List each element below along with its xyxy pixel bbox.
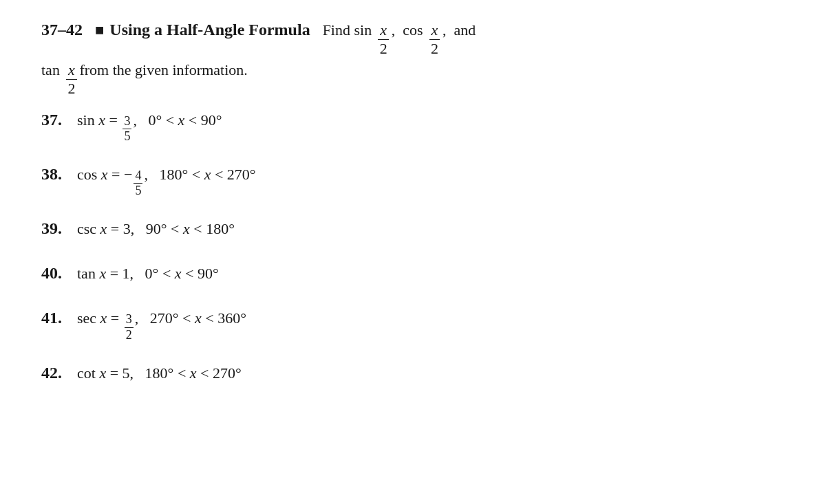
prob-num-42: 42. <box>41 358 74 388</box>
problem-row-40: 40. tan x = 1, 0° < x < 90° <box>41 259 780 288</box>
prob-comma-37: , <box>133 107 148 134</box>
problem-row-41: 41. sec x = 3 2 , 270° < x < 360° <box>41 303 780 342</box>
problem-row-37: 37. sin x = 3 5 , 0° < x < 90° <box>41 105 780 144</box>
prob-content-37: sin x = 3 5 , 0° < x < 90° <box>77 107 222 144</box>
bullet-symbol: ■ <box>95 21 104 39</box>
prob-expr-38: cos x = − <box>77 161 132 188</box>
cos-frac-numer: x <box>429 21 440 40</box>
prob-expr-42: cot x = 5, <box>77 360 145 387</box>
prob-condition-38: 180° < x < 270° <box>159 161 255 188</box>
problem-row-38: 38. cos x = − 4 5 , 180° < x < 270° <box>41 160 780 199</box>
comma1: , <box>392 21 403 39</box>
sin-frac: x 2 <box>378 21 390 58</box>
prob-condition-40: 0° < x < 90° <box>145 260 219 287</box>
prob-frac-38: 4 5 <box>134 168 142 199</box>
prob-expr-39: csc x = 3, <box>77 215 146 243</box>
prob-condition-39: 90° < x < 180° <box>146 215 235 243</box>
from-text: from the given information. <box>79 61 247 79</box>
prob-num-37: 37. <box>41 105 74 135</box>
prob-num-39: 39. <box>41 214 74 243</box>
prob-frac-41-denom: 2 <box>125 328 134 343</box>
prob-comma-41: , <box>135 305 150 332</box>
comma2: , <box>443 21 454 39</box>
problems-section: 37. sin x = 3 5 , 0° < x < 90° 38. cos x… <box>41 105 780 388</box>
prob-expr-40: tan x = 1, <box>77 260 145 287</box>
prob-num-41: 41. <box>41 303 74 333</box>
prob-content-42: cot x = 5, 180° < x < 270° <box>77 360 242 387</box>
prob-expr-37: sin x = <box>77 107 121 134</box>
cos-frac-denom: 2 <box>429 40 440 58</box>
header-row: 37–42 ■ Using a Half-Angle Formula Find … <box>41 21 780 58</box>
prob-frac-41: 3 2 <box>125 312 134 342</box>
tan-frac-denom: 2 <box>65 80 77 98</box>
prob-frac-38-denom: 5 <box>134 184 142 199</box>
prob-num-40: 40. <box>41 259 74 288</box>
cos-text: cos <box>403 21 427 39</box>
prob-frac-37-denom: 5 <box>122 129 131 144</box>
problem-row-39: 39. csc x = 3, 90° < x < 180° <box>41 214 780 243</box>
prob-condition-41: 270° < x < 360° <box>150 305 246 332</box>
prob-condition-42: 180° < x < 270° <box>145 360 242 387</box>
sin-frac-numer: x <box>378 21 389 40</box>
and-text: and <box>454 21 476 39</box>
problem-range: 37–42 <box>41 21 83 39</box>
prob-content-41: sec x = 3 2 , 270° < x < 360° <box>77 305 246 342</box>
tan-line: tan x 2 from the given information. <box>41 61 780 98</box>
prob-comma-38: , <box>144 161 159 188</box>
find-text: Find sin <box>323 21 376 39</box>
tan-frac: x 2 <box>65 61 77 98</box>
prob-content-39: csc x = 3, 90° < x < 180° <box>77 215 235 243</box>
sin-frac-denom: 2 <box>378 40 390 58</box>
prob-expr-41: sec x = <box>77 305 123 332</box>
prob-frac-37-numer: 3 <box>122 114 131 130</box>
prob-content-38: cos x = − 4 5 , 180° < x < 270° <box>77 161 256 199</box>
prob-content-40: tan x = 1, 0° < x < 90° <box>77 260 219 287</box>
problem-row-42: 42. cot x = 5, 180° < x < 270° <box>41 358 780 388</box>
header-section: 37–42 ■ Using a Half-Angle Formula Find … <box>41 21 780 98</box>
tan-text: tan <box>41 61 63 79</box>
prob-frac-37: 3 5 <box>122 114 131 144</box>
prob-frac-38-numer: 4 <box>134 168 142 184</box>
section-title: Using a Half-Angle Formula <box>109 21 310 39</box>
prob-frac-41-numer: 3 <box>125 312 134 328</box>
prob-num-38: 38. <box>41 160 74 189</box>
cos-frac: x 2 <box>429 21 440 58</box>
prob-condition-37: 0° < x < 90° <box>148 107 222 134</box>
tan-frac-numer: x <box>66 61 77 80</box>
